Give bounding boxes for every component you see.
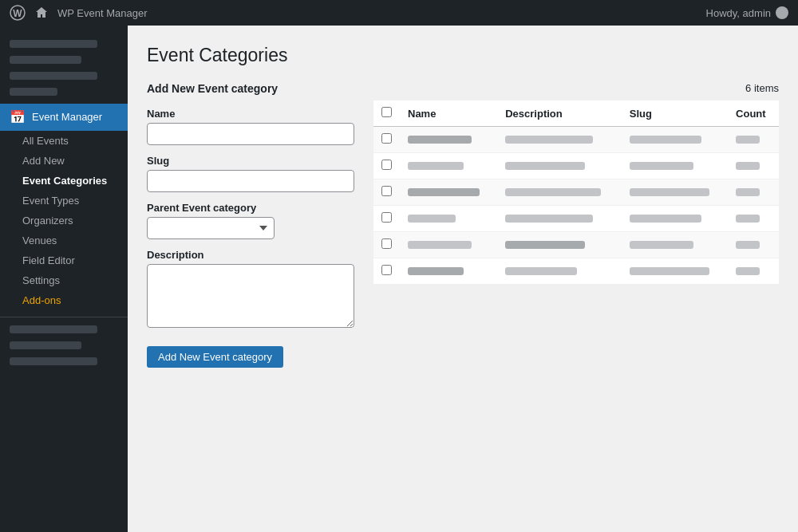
row-slug-cell xyxy=(622,232,728,258)
row-slug-cell xyxy=(622,153,728,179)
row-count-cell xyxy=(728,179,779,206)
row-checkbox[interactable] xyxy=(381,133,392,144)
home-icon[interactable] xyxy=(35,6,48,19)
top-bar-left: W WP Event Manager xyxy=(10,5,697,21)
slug-placeholder xyxy=(630,162,693,170)
form-panel: Add New Event category Name Slug Parent … xyxy=(147,82,354,368)
row-description-cell xyxy=(497,127,622,153)
count-placeholder xyxy=(736,241,760,249)
sidebar-item-field-editor[interactable]: Field Editor xyxy=(0,250,128,270)
row-checkbox-cell xyxy=(373,153,400,179)
row-description-cell xyxy=(497,179,622,206)
desc-placeholder xyxy=(505,136,593,144)
sidebar-item-all-events[interactable]: All Events xyxy=(0,131,128,151)
categories-table: Name Description Slug Count xyxy=(373,100,779,285)
row-slug-cell xyxy=(622,206,728,232)
row-count-cell xyxy=(728,127,779,153)
header-slug: Slug xyxy=(622,100,728,127)
row-checkbox-cell xyxy=(373,232,400,258)
select-all-checkbox[interactable] xyxy=(381,107,392,117)
page-title: Event Categories xyxy=(147,45,779,66)
top-bar-right: Howdy, admin xyxy=(706,6,788,19)
name-label: Name xyxy=(147,108,354,120)
sidebar-event-manager-label: Event Manager xyxy=(32,110,102,124)
table-row xyxy=(373,127,779,153)
desc-placeholder xyxy=(505,215,593,223)
slug-placeholder xyxy=(630,188,709,196)
sidebar-item-add-ons[interactable]: Add-ons xyxy=(0,290,128,310)
row-count-cell xyxy=(728,232,779,258)
sidebar-item-venues[interactable]: Venues xyxy=(0,231,128,250)
row-slug-cell xyxy=(622,179,728,206)
slug-input[interactable] xyxy=(147,170,354,192)
row-checkbox[interactable] xyxy=(381,212,392,223)
calendar-icon: 📅 xyxy=(10,108,26,126)
name-placeholder xyxy=(408,162,464,170)
count-placeholder xyxy=(736,162,760,170)
site-title: WP Event Manager xyxy=(57,7,147,19)
row-checkbox[interactable] xyxy=(381,186,392,196)
user-avatar-icon xyxy=(776,6,788,19)
table-body xyxy=(373,127,779,285)
description-textarea[interactable] xyxy=(147,264,354,328)
row-count-cell xyxy=(728,258,779,285)
submit-button[interactable]: Add New Event category xyxy=(147,346,283,368)
row-name-cell xyxy=(400,206,497,232)
sidebar-divider xyxy=(0,317,128,317)
row-description-cell xyxy=(497,206,622,232)
name-placeholder xyxy=(408,188,480,196)
row-name-cell xyxy=(400,127,497,153)
parent-field-group: Parent Event category xyxy=(147,202,354,239)
description-label: Description xyxy=(147,249,354,261)
row-count-cell xyxy=(728,206,779,232)
count-placeholder xyxy=(736,215,760,223)
sidebar-item-settings[interactable]: Settings xyxy=(0,270,128,290)
sidebar-item-event-categories[interactable]: Event Categories xyxy=(0,171,128,191)
header-description: Description xyxy=(497,100,622,127)
count-placeholder xyxy=(736,267,760,275)
slug-placeholder xyxy=(630,241,693,249)
row-name-cell xyxy=(400,153,497,179)
user-greeting: Howdy, admin xyxy=(706,7,771,19)
row-checkbox[interactable] xyxy=(381,238,392,249)
sidebar-skeleton-4 xyxy=(10,88,57,96)
header-count: Count xyxy=(728,100,779,127)
name-field-group: Name xyxy=(147,108,354,145)
name-placeholder xyxy=(408,241,472,249)
wp-logo-icon: W xyxy=(10,5,26,21)
row-checkbox[interactable] xyxy=(381,160,392,170)
table-header: Name Description Slug Count xyxy=(373,100,779,127)
main-content: Event Categories Add New Event category … xyxy=(128,26,798,532)
sidebar-skeleton-6 xyxy=(10,341,81,349)
row-description-cell xyxy=(497,153,622,179)
header-row: Name Description Slug Count xyxy=(373,100,779,127)
parent-select[interactable] xyxy=(147,217,275,239)
count-placeholder xyxy=(736,136,760,144)
svg-text:W: W xyxy=(13,8,22,19)
row-checkbox-cell xyxy=(373,258,400,285)
sidebar-item-organizers[interactable]: Organizers xyxy=(0,211,128,231)
row-checkbox[interactable] xyxy=(381,265,392,275)
desc-placeholder xyxy=(505,162,585,170)
row-count-cell xyxy=(728,153,779,179)
name-input[interactable] xyxy=(147,123,354,145)
slug-placeholder xyxy=(630,267,709,275)
name-placeholder xyxy=(408,267,464,275)
slug-label: Slug xyxy=(147,155,354,167)
table-row xyxy=(373,153,779,179)
row-slug-cell xyxy=(622,258,728,285)
row-description-cell xyxy=(497,232,622,258)
sidebar-skeleton-3 xyxy=(10,72,97,80)
row-checkbox-cell xyxy=(373,127,400,153)
table-row xyxy=(373,232,779,258)
sidebar-item-add-new[interactable]: Add New xyxy=(0,151,128,171)
desc-placeholder xyxy=(505,188,601,196)
sidebar-item-event-manager[interactable]: 📅 Event Manager xyxy=(0,104,128,131)
sidebar-skeleton-2 xyxy=(10,56,81,64)
sidebar-skeleton-7 xyxy=(10,357,97,365)
row-description-cell xyxy=(497,258,622,285)
sidebar-skeleton-1 xyxy=(10,40,97,48)
sidebar: 📅 Event Manager All Events Add New Event… xyxy=(0,26,128,532)
sidebar-item-event-types[interactable]: Event Types xyxy=(0,191,128,211)
desc-placeholder xyxy=(505,241,585,249)
